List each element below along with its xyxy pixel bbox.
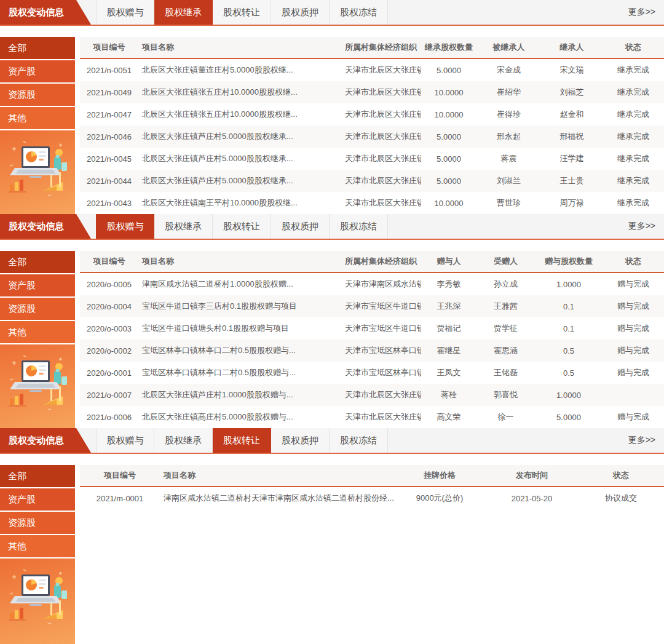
tab-equity-inheritance[interactable]: 股权继承 [154, 428, 213, 453]
table-cell: 5.0000 [421, 66, 476, 75]
tab-equity-gift[interactable]: 股权赠与 [96, 214, 154, 239]
sidebar-item-resource-shares[interactable]: 资源股 [0, 512, 75, 535]
laptop-analytics-illustration [5, 353, 70, 415]
sidebar-illustration-area [0, 559, 75, 644]
table-cell: 天津市北辰区大张庄镇芦庄村股份... [341, 175, 421, 186]
table-cell: 2021/n-0049 [80, 88, 138, 97]
table-row[interactable]: 2020/o-0001宝坻区林亭口镇林亭口二村0.5股股权赠与...天津市宝坻区… [80, 362, 664, 384]
sidebar-item-resource-shares[interactable]: 资源股 [0, 84, 75, 107]
column-header: 赠与人 [421, 256, 476, 267]
table-cell: 王兆深 [421, 301, 476, 312]
section-banner: 股权变动信息 [0, 428, 91, 453]
table-cell: 天津市北辰区大张庄镇张五庄村股... [341, 87, 421, 98]
section-equity-gift: 股权变动信息 股权赠与股权继承股权转让股权质押股权冻结 更多>> 全部资产股资源… [0, 214, 664, 428]
more-link[interactable]: 更多>> [628, 0, 664, 25]
tab-equity-inheritance[interactable]: 股权继承 [154, 214, 213, 239]
table-row[interactable]: 2020/o-0002宝坻区林亭口镇林亭口二村0.5股股权赠与...天津市宝坻区… [80, 340, 664, 362]
tab-equity-freeze[interactable]: 股权冻结 [330, 0, 388, 25]
tab-equity-gift[interactable]: 股权赠与 [96, 428, 154, 453]
table-row[interactable]: 2021/o-0006北辰区大张庄镇高庄村5.0000股股权赠与...天津市北辰… [80, 406, 664, 428]
table-cell: 宋金成 [476, 65, 541, 76]
table-row[interactable]: 2021/m-0001津南区咸水沽镇二道桥村天津市津南区咸水沽镇二道桥村股份经.… [80, 487, 664, 509]
more-link[interactable]: 更多>> [628, 214, 664, 239]
table-body: 2020/o-0005津南区咸水沽镇二道桥村1.0000股股权赠...天津市津南… [80, 273, 664, 428]
inheritance-table: 项目编号项目名称所属村集体经济组织继承股权数量被继承人继承人状态 2021/n-… [80, 37, 664, 214]
more-link[interactable]: 更多>> [628, 428, 664, 453]
table-cell: 2020/o-0004 [80, 302, 138, 311]
table-cell: 北辰区大张庄镇芦庄村1.0000股股权赠与... [138, 389, 341, 400]
table-cell: 天津市北辰区大张庄镇南王平村股... [341, 197, 421, 209]
table-row[interactable]: 2020/o-0005津南区咸水沽镇二道桥村1.0000股股权赠...天津市津南… [80, 273, 664, 295]
table-row[interactable]: 2021/n-0047北辰区大张庄镇张五庄村10.0000股股权继...天津市北… [80, 103, 664, 125]
table-row[interactable]: 2021/o-0007北辰区大张庄镇芦庄村1.0000股股权赠与...天津市北辰… [80, 384, 664, 406]
table-cell: 赠与完成 [603, 301, 664, 312]
tab-equity-inheritance[interactable]: 股权继承 [154, 0, 213, 25]
tab-equity-transfer[interactable]: 股权转让 [213, 0, 271, 25]
tab-equity-gift[interactable]: 股权赠与 [96, 0, 154, 25]
table-cell: 天津市宝坻区牛道口镇李三店村股... [341, 301, 421, 312]
section-equity-inheritance: 股权变动信息 股权赠与股权继承股权转让股权质押股权冻结 更多>> 全部资产股资源… [0, 0, 664, 214]
sidebar-item-all[interactable]: 全部 [0, 251, 75, 274]
table-row[interactable]: 2021/n-0051北辰区大张庄镇董连庄村5.0000股股权继...天津市北辰… [80, 59, 664, 81]
table-row[interactable]: 2021/n-0049北辰区大张庄镇张五庄村10.0000股股权继...天津市北… [80, 81, 664, 103]
tab-equity-freeze[interactable]: 股权冻结 [330, 428, 388, 453]
table-cell: 津南区咸水沽镇二道桥村1.0000股股权赠... [138, 279, 341, 290]
table-cell: 天津市北辰区大张庄镇芦庄村股份... [341, 389, 421, 400]
sidebar-item-all[interactable]: 全部 [0, 37, 75, 60]
table-cell: 继承完成 [603, 131, 664, 142]
table-cell: 2021/n-0047 [80, 110, 138, 119]
column-header: 项目编号 [80, 256, 138, 267]
column-header: 项目名称 [160, 470, 393, 481]
table-row[interactable]: 2021/n-0044北辰区大张庄镇芦庄村5.0000股股权继承...天津市北辰… [80, 170, 664, 192]
table-cell: 继承完成 [603, 87, 664, 98]
table-cell: 天津市津南区咸水沽镇二道桥村股... [341, 279, 421, 290]
table-row[interactable]: 2021/n-0045北辰区大张庄镇芦庄村5.0000股股权继承...天津市北辰… [80, 148, 664, 170]
table-cell: 北辰区大张庄镇芦庄村5.0000股股权继承... [138, 175, 341, 186]
tab-equity-pledge[interactable]: 股权质押 [271, 0, 330, 25]
sidebar-item-other[interactable]: 其他 [0, 535, 75, 559]
section-banner: 股权变动信息 [0, 0, 91, 25]
tab-equity-transfer[interactable]: 股权转让 [213, 428, 271, 453]
table-cell: 北辰区大张庄镇张五庄村10.0000股股权继... [138, 109, 341, 120]
table-cell: 赠与完成 [603, 367, 664, 378]
table-cell: 10.0000 [421, 199, 476, 208]
table-cell: 5.0000 [421, 177, 476, 186]
column-header: 继承人 [541, 42, 603, 53]
sidebar-item-other[interactable]: 其他 [0, 321, 75, 344]
column-header: 项目编号 [80, 470, 160, 481]
table-cell: 5.0000 [421, 154, 476, 164]
table-cell: 徐一 [476, 411, 535, 423]
table-cell: 2021/n-0043 [80, 199, 138, 208]
table-row[interactable]: 2020/o-0003宝坻区牛道口镇塘头村0.1股股权赠与项目天津市宝坻区牛道口… [80, 317, 664, 340]
sidebar-item-all[interactable]: 全部 [0, 465, 75, 488]
table-cell: 2020/o-0005 [80, 280, 138, 289]
tab-equity-pledge[interactable]: 股权质押 [271, 428, 330, 453]
column-header: 项目编号 [80, 42, 138, 53]
tab-equity-transfer[interactable]: 股权转让 [213, 214, 271, 239]
table-row[interactable]: 2020/o-0004宝坻区牛道口镇李三店村0.1股股权赠与项目天津市宝坻区牛道… [80, 295, 664, 317]
table-cell: 2021/n-0044 [80, 177, 138, 186]
table-cell: 9000元(总价) [393, 493, 486, 504]
table-cell: 0.1 [535, 302, 603, 311]
table-cell: 王铭磊 [476, 367, 535, 378]
section-content: 全部资产股资源股其他 项目编号项目名称挂牌价格发布时间状态 2021/m-000… [0, 465, 664, 644]
column-header: 项目名称 [138, 42, 341, 53]
tab-equity-freeze[interactable]: 股权冻结 [330, 214, 388, 239]
table-cell: 2021/o-0006 [80, 413, 138, 422]
table-cell: 天津市宝坻区林亭口镇林亭口二村... [341, 367, 421, 378]
sidebar-item-asset-shares[interactable]: 资产股 [0, 274, 75, 298]
sidebar-item-other[interactable]: 其他 [0, 107, 75, 130]
table-row[interactable]: 2021/n-0046北辰区大张庄镇芦庄村5.0000股股权继承...天津市北辰… [80, 125, 664, 148]
table-cell: 宝坻区牛道口镇塘头村0.1股股权赠与项目 [138, 323, 341, 334]
table-row[interactable]: 2021/n-0043北辰区大张庄镇南王平村10.0000股股权继...天津市北… [80, 192, 664, 214]
tab-equity-pledge[interactable]: 股权质押 [271, 214, 330, 239]
column-header: 赠与股权数量 [535, 256, 603, 267]
sidebar-item-asset-shares[interactable]: 资产股 [0, 60, 75, 84]
sidebar-item-resource-shares[interactable]: 资源股 [0, 298, 75, 321]
table-cell: 汪学建 [541, 153, 603, 164]
sidebar-item-asset-shares[interactable]: 资产股 [0, 488, 75, 512]
table-cell: 高文荣 [421, 411, 476, 423]
section-content: 全部资产股资源股其他 项目编号项目名称所属村集体经济组织继承股权数量被继承人继承… [0, 37, 664, 214]
table-cell: 曹世珍 [476, 197, 541, 209]
table-cell: 北辰区大张庄镇芦庄村5.0000股股权继承... [138, 153, 341, 164]
